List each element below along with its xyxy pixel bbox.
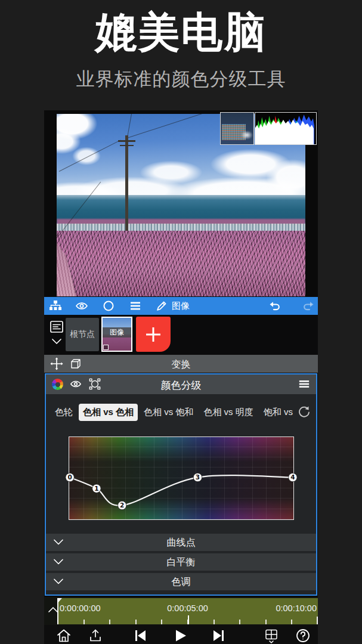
image-node-thumbnail[interactable]: 图像 — [101, 317, 132, 352]
skip-end-icon[interactable] — [211, 628, 227, 643]
clip-badge-icon — [103, 345, 109, 350]
section-label: 色调 — [46, 576, 316, 589]
curve-point-4[interactable]: 4 — [289, 473, 297, 481]
node-track-strip: 根节点 图像 — [44, 315, 318, 354]
play-icon[interactable] — [172, 628, 188, 643]
video-scopes[interactable] — [220, 112, 317, 145]
pole-crossarm — [120, 145, 134, 146]
root-node-label: 根节点 — [70, 329, 95, 340]
transform-label: 变换 — [44, 358, 318, 371]
hue-curve-editor[interactable]: 01234 — [69, 436, 294, 520]
telephone-pole — [125, 135, 128, 231]
preview-flower-field — [57, 231, 305, 296]
svg-text:2: 2 — [120, 501, 124, 509]
svg-text:1: 1 — [94, 485, 98, 492]
export-icon[interactable] — [88, 628, 103, 643]
section-curve-points[interactable]: 曲线点 — [46, 534, 316, 551]
add-node-button[interactable] — [136, 317, 171, 352]
curve-mode-tabs: 色轮 色相 vs 色相 色相 vs 饱和 色相 vs 明度 饱和 vs 饱和 — [46, 402, 316, 422]
page-subtitle: 业界标准的颜色分级工具 — [0, 67, 362, 92]
vectorscope-cloud — [241, 131, 253, 140]
eye-icon[interactable] — [75, 299, 88, 312]
playhead-flag[interactable] — [57, 598, 62, 603]
storyboard-icon[interactable] — [49, 320, 64, 333]
redo-icon[interactable] — [302, 299, 315, 312]
skip-start-icon[interactable] — [132, 628, 148, 643]
tabs-scroll-area: 色轮 色相 vs 色相 色相 vs 饱和 色相 vs 明度 饱和 vs 饱和 — [51, 404, 295, 421]
ruler-major-tick — [188, 615, 189, 624]
app-screenshot: 图像 根节点 图像 — [44, 110, 318, 644]
edit-pencil-icon[interactable] — [155, 299, 168, 312]
curve-point-2[interactable]: 2 — [118, 501, 126, 509]
timecode-end: 0:00:10:00 — [276, 603, 317, 613]
curve-point-1[interactable]: 1 — [92, 484, 101, 493]
hue-curve-graph[interactable]: 01234 — [69, 437, 293, 519]
vectorscope-thumbnail[interactable] — [220, 112, 254, 145]
node-tree-icon[interactable] — [49, 299, 62, 312]
page-title: 媲美电脑 — [0, 5, 362, 61]
timecode-start: 0:00:00:00 — [60, 603, 101, 613]
svg-text:4: 4 — [290, 473, 295, 481]
color-grading-panel: 颜色分级 色轮 色相 vs 色相 色相 vs 饱和 色相 vs 明度 饱和 vs… — [45, 373, 317, 596]
section-label: 白平衡 — [46, 556, 316, 569]
circle-mask-icon[interactable] — [102, 299, 115, 312]
reset-refresh-icon[interactable] — [297, 405, 311, 419]
edit-toolbar: 图像 — [44, 297, 318, 315]
curve-point-3[interactable]: 3 — [193, 473, 202, 481]
root-node-button[interactable]: 根节点 — [66, 318, 99, 351]
selected-clip-label: 图像 — [172, 301, 190, 312]
transform-row[interactable]: 变换 — [44, 355, 318, 373]
svg-text:0: 0 — [67, 473, 72, 481]
undo-icon[interactable] — [268, 299, 281, 312]
timeline-ruler[interactable]: 0:00:00:00 0:00:05:00 0:00:10:00 — [57, 598, 318, 624]
ruler-end-tick — [317, 617, 318, 624]
timecode-mid: 0:00:05:00 — [167, 603, 208, 613]
timeline: 0:00:00:00 0:00:05:00 0:00:10:00 — [44, 597, 318, 625]
panel-menu-icon[interactable] — [298, 378, 310, 390]
curve-point-0[interactable]: 0 — [66, 473, 74, 481]
svg-text:3: 3 — [196, 473, 200, 481]
section-white-balance[interactable]: 白平衡 — [46, 553, 316, 571]
tab-hue-vs-sat[interactable]: 色相 vs 饱和 — [140, 404, 197, 421]
rgb-histogram[interactable] — [255, 112, 317, 145]
tab-color-wheel[interactable]: 色轮 — [51, 404, 77, 421]
section-tone[interactable]: 色调 — [46, 573, 316, 590]
panel-title: 颜色分级 — [46, 379, 316, 392]
menu-icon[interactable] — [129, 299, 142, 312]
home-icon[interactable] — [56, 628, 72, 643]
bottom-toolbar — [44, 625, 318, 644]
image-node-label: 图像 — [103, 327, 131, 338]
tab-sat-vs-sat[interactable]: 饱和 vs 饱和 — [259, 404, 295, 421]
project-frame-icon[interactable] — [264, 628, 279, 643]
color-grading-header[interactable]: 颜色分级 — [46, 374, 316, 394]
tab-hue-vs-hue[interactable]: 色相 vs 色相 — [79, 404, 138, 421]
pole-crossarm — [118, 140, 135, 142]
chevron-down-icon[interactable] — [51, 338, 63, 346]
tab-hue-vs-lum[interactable]: 色相 vs 明度 — [199, 404, 257, 421]
help-icon[interactable] — [295, 628, 311, 643]
histogram-graph — [255, 113, 316, 144]
section-label: 曲线点 — [46, 537, 316, 549]
